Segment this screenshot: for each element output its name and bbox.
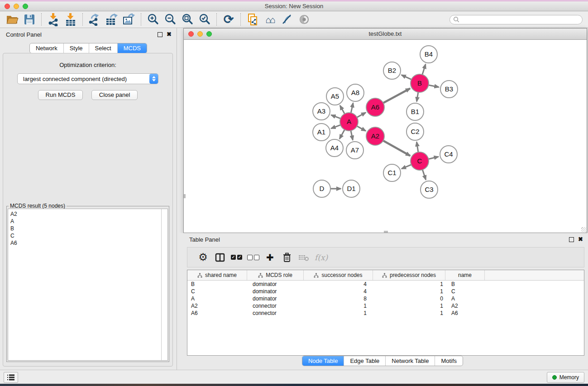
graph-node-C3[interactable]: C3 — [421, 181, 438, 198]
graph-node-A3[interactable]: A3 — [313, 103, 330, 120]
table-cell[interactable]: 4 — [304, 288, 373, 295]
graph-edge-A-A1[interactable] — [331, 125, 341, 129]
resize-grip-icon[interactable] — [581, 227, 586, 232]
graph-node-A6[interactable]: A6 — [366, 98, 384, 116]
table-tab-node-table[interactable]: Node Table — [302, 356, 344, 366]
delete-row-button[interactable] — [278, 253, 295, 262]
graph-edge-C-C1[interactable] — [402, 165, 411, 169]
add-row-button[interactable]: ✚ — [262, 253, 278, 262]
graph-edge-B-B4[interactable] — [422, 64, 425, 75]
graph-node-B[interactable]: B — [411, 74, 429, 92]
table-cell[interactable]: A — [187, 295, 247, 302]
control-tab-mcds[interactable]: MCDS — [117, 43, 147, 53]
table-tab-edge-table[interactable]: Edge Table — [344, 356, 385, 366]
graph-node-C[interactable]: C — [411, 152, 429, 170]
deselect-all-button[interactable] — [245, 255, 262, 260]
column-header-MCDS-role[interactable]: MCDS role — [247, 270, 304, 280]
graph-edge-A-A6[interactable] — [357, 113, 366, 118]
control-tab-network[interactable]: Network — [30, 43, 63, 53]
function-builder-button[interactable]: f(x) — [315, 253, 328, 262]
table-row[interactable]: Cdominator41C — [187, 288, 584, 295]
close-network-icon[interactable] — [188, 31, 194, 37]
table-cell[interactable]: C — [445, 288, 485, 295]
graph-node-A2[interactable]: A2 — [366, 127, 384, 145]
graph-edge-B-B2[interactable] — [402, 75, 411, 80]
table-cell[interactable]: A6 — [445, 310, 485, 317]
mcds-result-item[interactable]: A6 — [10, 239, 159, 247]
table-cell[interactable]: connector — [247, 310, 304, 317]
delete-table-button[interactable] — [295, 253, 312, 262]
column-header-name[interactable]: name — [445, 270, 485, 280]
minimize-window-icon[interactable] — [14, 4, 19, 9]
graph-node-A1[interactable]: A1 — [313, 124, 330, 141]
graph-edge-A-A7[interactable] — [351, 131, 353, 140]
graph-edge-B-B1[interactable] — [417, 92, 418, 102]
mcds-result-item[interactable]: C — [10, 232, 159, 239]
search-box[interactable] — [449, 15, 583, 24]
table-cell[interactable]: B — [445, 281, 485, 288]
column-header-successor-nodes[interactable]: successor nodes — [304, 270, 373, 280]
table-tab-motifs[interactable]: Motifs — [435, 356, 463, 366]
close-panel-icon[interactable]: ✖ — [578, 236, 583, 243]
optimization-criterion-dropdown[interactable]: largest connected component (directed) — [17, 73, 158, 84]
zoom-in-button[interactable] — [144, 12, 162, 27]
column-header-shared-name[interactable]: shared name — [187, 270, 247, 280]
level-of-detail-button[interactable] — [296, 12, 313, 27]
network-graph[interactable]: AA1A2A3A4A5A6A7A8BB1B2B3B4CC1C2C3C4DD1 — [184, 40, 587, 233]
mcds-result-list[interactable]: A2ABCA6 — [8, 209, 162, 360]
zoom-out-button[interactable] — [162, 12, 179, 27]
export-image-button[interactable] — [120, 12, 138, 27]
graph-edge-A-A8[interactable] — [351, 103, 353, 113]
table-cell[interactable]: C — [187, 288, 247, 295]
graph-node-A4[interactable]: A4 — [326, 139, 343, 157]
graph-edge-A-A2[interactable] — [357, 126, 366, 131]
column-header-predecessor-nodes[interactable]: predecessor nodes — [373, 270, 445, 280]
graph-edge-C-C4[interactable] — [428, 157, 438, 159]
zoom-selected-button[interactable] — [196, 12, 213, 27]
select-all-button[interactable]: ✓✓ — [228, 255, 245, 260]
table-cell[interactable]: dominator — [247, 281, 304, 288]
hide-graphics-details-button[interactable] — [278, 12, 296, 27]
table-cell[interactable]: B — [187, 281, 247, 288]
new-network-from-selection-button[interactable] — [244, 12, 261, 27]
table-row[interactable]: A2connector11A2 — [187, 302, 584, 310]
mcds-result-item[interactable]: A — [10, 218, 159, 225]
graph-node-A8[interactable]: A8 — [347, 84, 364, 101]
network-window-titlebar[interactable]: testGlobe.txt — [184, 29, 587, 40]
graph-node-A7[interactable]: A7 — [346, 142, 363, 159]
task-history-button[interactable] — [4, 372, 18, 383]
float-panel-icon[interactable] — [569, 237, 574, 242]
export-table-button[interactable] — [103, 12, 120, 27]
minimize-network-icon[interactable] — [197, 31, 203, 37]
column-settings-button[interactable]: ⚙ — [195, 252, 211, 262]
run-mcds-button[interactable]: Run MCDS — [38, 90, 83, 100]
table-cell[interactable]: 1 — [304, 302, 373, 310]
graph-edge-B-B3[interactable] — [429, 85, 439, 87]
table-cell[interactable]: 4 — [304, 281, 373, 288]
table-cell[interactable]: 1 — [373, 302, 445, 310]
search-input[interactable] — [462, 16, 579, 23]
table-cell[interactable]: 0 — [373, 295, 445, 302]
memory-button[interactable]: Memory — [547, 372, 584, 383]
import-network-button[interactable] — [45, 12, 62, 27]
maximize-network-icon[interactable] — [206, 31, 212, 37]
maximize-window-icon[interactable] — [23, 4, 28, 9]
graph-edge-A-A4[interactable] — [339, 130, 344, 139]
graph-edge-A-A3[interactable] — [331, 115, 341, 119]
show-column-panel-button[interactable] — [211, 253, 228, 262]
graph-node-C4[interactable]: C4 — [440, 146, 457, 163]
table-cell[interactable]: 1 — [373, 288, 445, 295]
graph-node-C2[interactable]: C2 — [406, 123, 424, 140]
graph-node-B1[interactable]: B1 — [406, 103, 424, 120]
import-table-button[interactable] — [62, 12, 79, 27]
table-tab-network-table[interactable]: Network Table — [385, 356, 435, 366]
refresh-button[interactable]: ⟳ — [220, 12, 237, 27]
table-cell[interactable]: 8 — [304, 295, 373, 302]
table-row[interactable]: Bdominator41B — [187, 281, 584, 288]
graph-node-C1[interactable]: C1 — [383, 164, 401, 181]
graph-node-B2[interactable]: B2 — [383, 62, 401, 79]
titlebar[interactable]: Session: New Session — [0, 1, 588, 11]
table-cell[interactable]: A2 — [187, 302, 247, 310]
cybrowser-home-button[interactable]: ⌂⌂ — [261, 12, 278, 27]
table-cell[interactable]: A — [445, 295, 485, 302]
